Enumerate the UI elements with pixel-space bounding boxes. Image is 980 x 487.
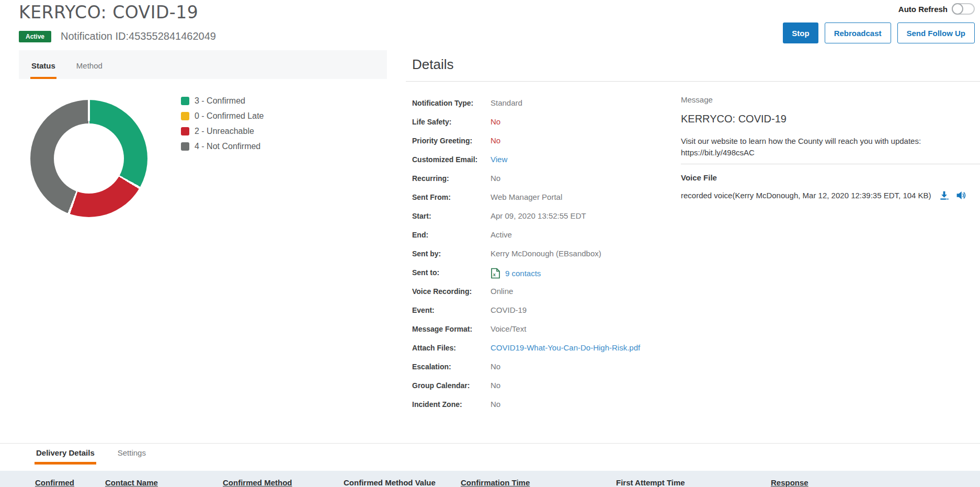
detail-field-value: x Apr 09, 2020 13:52:55 EDT <box>491 211 586 220</box>
detail-field-value: x Active <box>491 230 512 239</box>
detail-field-label: Voice Recording: <box>412 287 472 296</box>
main-content: StatusMethod 3 - Confirmed 0 - Confirmed… <box>0 50 980 418</box>
detail-field-value: x No <box>491 381 500 390</box>
detail-field-label: End: <box>412 231 428 239</box>
detail-field-value[interactable]: x View <box>491 155 507 164</box>
detail-field-value: x No <box>491 174 500 183</box>
auto-refresh-label: Auto Refresh <box>898 5 948 14</box>
detail-field-value: x No <box>491 136 500 145</box>
detail-field-label: Sent to: <box>412 268 439 277</box>
details-heading: Details <box>412 56 967 73</box>
detail-field-row: Sent From: x Web Manager Portal <box>412 192 681 203</box>
status-donut-chart <box>30 100 147 217</box>
legend-item: 0 - Confirmed Late <box>181 111 264 121</box>
legend-label: 3 - Confirmed <box>195 96 245 106</box>
detail-field-row: Incident Zone: x No <box>412 400 681 411</box>
detail-field-row: Group Calendar: x No <box>412 381 681 392</box>
legend-swatch-icon <box>181 97 189 105</box>
message-column: Message KERRYCO: COVID-19 Visit our webs… <box>681 95 967 418</box>
detail-field-row: Sent by: x Kerry McDonough (EBsandbox) <box>412 249 681 260</box>
legend-item: 4 - Not Confirmed <box>181 142 264 151</box>
detail-field-label: Attach Files: <box>412 344 456 352</box>
status-badge: Active <box>19 31 51 42</box>
message-title: KERRYCO: COVID-19 <box>681 113 967 125</box>
status-panel: StatusMethod 3 - Confirmed 0 - Confirmed… <box>19 50 387 217</box>
detail-field-value: x No <box>491 400 500 409</box>
detail-field-label: Escalation: <box>412 363 451 371</box>
detail-field-label: Incident Zone: <box>412 400 462 409</box>
header: KERRYCO: COVID-19 Active Notification ID… <box>0 0 980 50</box>
detail-field-value-text: Standard <box>491 98 522 107</box>
detail-field-value-text: No <box>491 400 500 409</box>
detail-field-value: x Voice/Text <box>491 324 526 333</box>
chart-legend: 3 - Confirmed 0 - Confirmed Late 2 - Unr… <box>181 96 264 217</box>
column-header-confirmation-time[interactable]: Confirmation Time <box>461 478 616 487</box>
tab-delivery-details[interactable]: Delivery Details <box>35 448 96 465</box>
speaker-icon[interactable] <box>955 190 966 201</box>
detail-field-label: Customized Email: <box>412 155 477 164</box>
detail-field-value-text: Kerry McDonough (EBsandbox) <box>491 249 601 258</box>
detail-field-value-text: Active <box>491 230 512 239</box>
legend-label: 4 - Not Confirmed <box>195 142 260 151</box>
download-icon[interactable] <box>939 190 950 201</box>
notification-id: Notification ID:453552841462049 <box>61 30 216 42</box>
detail-field-label: Sent by: <box>412 250 441 258</box>
svg-text:x: x <box>493 271 496 277</box>
column-header-confirmed[interactable]: Confirmed <box>35 478 105 487</box>
detail-field-value-text: No <box>491 381 500 390</box>
detail-field-row: Customized Email: x View <box>412 155 681 166</box>
delivery-table-header: ConfirmedContact NameConfirmed MethodCon… <box>0 471 980 487</box>
column-header-contact-name[interactable]: Contact Name <box>105 478 223 487</box>
action-buttons: Stop Rebroadcast Send Follow Up <box>783 22 975 43</box>
detail-field-row: End: x Active <box>412 230 681 241</box>
detail-field-row: Attach Files: x COVID19-What-You-Can-Do-… <box>412 343 681 354</box>
tab-method[interactable]: Method <box>75 50 104 79</box>
legend-swatch-icon <box>181 142 189 151</box>
detail-field-row: Life Safety: x No <box>412 117 681 128</box>
detail-field-label: Priority Greeting: <box>412 137 472 145</box>
detail-field-row: Voice Recording: x Online <box>412 287 681 298</box>
detail-field-value-text: Online <box>491 287 513 296</box>
detail-field-value: x Web Manager Portal <box>491 192 562 201</box>
details-fields: Notification Type: x Standard Life Safet… <box>412 95 681 418</box>
detail-field-label: Sent From: <box>412 193 451 201</box>
legend-item: 3 - Confirmed <box>181 96 264 106</box>
auto-refresh-row: Auto Refresh <box>898 3 975 15</box>
voice-file-heading: Voice File <box>681 173 967 182</box>
voice-file-divider <box>681 164 980 164</box>
detail-field-row: Message Format: x Voice/Text <box>412 324 681 335</box>
detail-field-row: Priority Greeting: x No <box>412 136 681 147</box>
column-header-response[interactable]: Response <box>771 478 980 487</box>
tab-status[interactable]: Status <box>30 50 56 79</box>
stop-button[interactable]: Stop <box>783 22 818 43</box>
detail-field-value-text: No <box>491 117 500 126</box>
detail-field-value[interactable]: x 9 contacts <box>491 268 541 279</box>
detail-field-label: Life Safety: <box>412 118 451 126</box>
message-label: Message <box>681 95 967 104</box>
detail-field-row: Sent to: x 9 contacts <box>412 268 681 279</box>
rebroadcast-button[interactable]: Rebroadcast <box>825 22 891 43</box>
detail-field-label: Start: <box>412 212 431 220</box>
detail-field-value-text: COVID-19 <box>491 305 527 314</box>
delivery-section: Delivery DetailsSettings ConfirmedContac… <box>0 443 980 487</box>
column-header-confirmed-method[interactable]: Confirmed Method <box>223 478 344 487</box>
legend-swatch-icon <box>181 127 189 135</box>
detail-field-value: x Kerry McDonough (EBsandbox) <box>491 249 601 258</box>
detail-field-value-text: COVID19-What-You-Can-Do-High-Risk.pdf <box>491 343 640 352</box>
legend-swatch-icon <box>181 112 189 120</box>
voice-file-actions <box>939 190 966 201</box>
detail-field-value-text: Voice/Text <box>491 324 526 333</box>
detail-field-value[interactable]: x COVID19-What-You-Can-Do-High-Risk.pdf <box>491 343 640 352</box>
excel-file-icon[interactable]: x <box>491 268 500 279</box>
detail-field-value-text: No <box>491 136 500 145</box>
detail-field-row: Escalation: x No <box>412 362 681 373</box>
auto-refresh-toggle[interactable] <box>952 3 975 15</box>
voice-file-text: recorded voice(Kerry McDonough, Mar 12, … <box>681 191 939 200</box>
tab-settings[interactable]: Settings <box>116 448 147 465</box>
header-actions: Auto Refresh Stop Rebroadcast Send Follo… <box>783 3 975 43</box>
page-title: KERRYCO: COVID-19 <box>19 2 198 22</box>
detail-field-value-text: View <box>491 155 507 164</box>
detail-field-row: Start: x Apr 09, 2020 13:52:55 EDT <box>412 211 681 222</box>
chart-area: 3 - Confirmed 0 - Confirmed Late 2 - Unr… <box>19 79 387 217</box>
send-follow-up-button[interactable]: Send Follow Up <box>897 22 975 43</box>
